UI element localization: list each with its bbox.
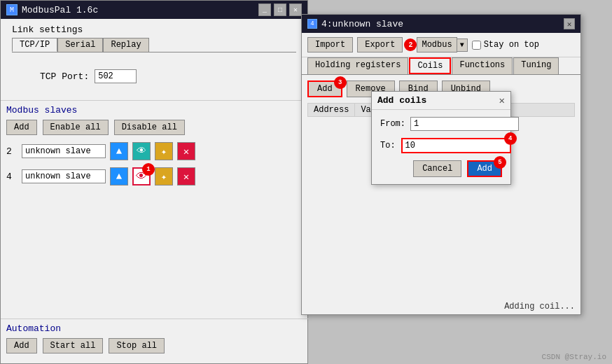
from-input[interactable] (410, 117, 519, 131)
link-settings-tabs: TCP/IP Serial Replay (12, 38, 296, 52)
slave-dialog-titlebar: 4 4:unknown slave ✕ (302, 15, 580, 33)
to-row: To: 4 (380, 138, 502, 153)
automation-add-button[interactable]: Add (6, 338, 37, 354)
view-icon-highlighted[interactable]: 👁1 (132, 167, 151, 186)
slave-row: 4 ▲ 👁1 ✦ ✕ (6, 166, 302, 187)
import-button[interactable]: Import (307, 37, 353, 52)
from-row: From: (380, 117, 502, 131)
tab-holding-registers[interactable]: Holding registers (307, 57, 408, 74)
slave-name-input[interactable] (22, 144, 106, 158)
slave-id: 4 (6, 172, 18, 182)
view-icon[interactable]: 👁 (132, 142, 151, 160)
dialog-status: Adding coil... (499, 299, 580, 314)
dropdown-arrow-icon[interactable]: ▼ (457, 38, 468, 52)
main-window: M ModbusPal 1.6c _ □ ✕ Link settings TCP… (0, 0, 308, 364)
tab-tuning[interactable]: Tuning (513, 57, 559, 74)
step-badge-2: 2 (404, 38, 417, 51)
upload-icon[interactable]: ▲ (110, 167, 128, 186)
stay-on-top-checkbox[interactable] (472, 41, 481, 50)
window-controls: _ □ ✕ (258, 4, 302, 16)
slave-id: 2 (6, 146, 18, 157)
stay-on-top-label: Stay on top (484, 40, 539, 50)
delete-icon[interactable]: ✕ (177, 142, 195, 160)
slave-dialog-tabs: Holding registers Coils Functions Tuning (302, 57, 580, 75)
enable-all-button[interactable]: Enable all (43, 120, 109, 135)
add-coils-dialog: Add coils ✕ From: To: 4 Cancel Add 5 (371, 91, 511, 185)
export-modbus-dropdown: Export 2 Modbus ▼ (357, 37, 467, 52)
tab-tcpip[interactable]: TCP/IP (12, 38, 57, 52)
tcp-port-label: TCP Port: (40, 71, 89, 82)
slave-row: 2 ▲ 👁 ✦ ✕ (6, 141, 302, 162)
link-settings-label: Link settings (12, 24, 296, 35)
settings-icon[interactable]: ✦ (155, 142, 173, 160)
add-coils-title: Add coils (377, 95, 426, 106)
slave-dialog-close[interactable]: ✕ (564, 18, 575, 29)
address-header: Address (308, 104, 355, 116)
slave-dialog-icon: 4 (307, 19, 317, 29)
coils-add-button[interactable]: Add 3 (307, 80, 342, 97)
automation-buttons: Add Start all Stop all (6, 338, 303, 354)
watermark: CSDN @Stray.io (542, 353, 606, 361)
link-settings-section: Link settings TCP/IP Serial Replay TCP P… (1, 19, 307, 100)
to-label: To: (380, 141, 396, 150)
main-titlebar: M ModbusPal 1.6c _ □ ✕ (1, 1, 307, 19)
modbus-button[interactable]: Modbus (417, 37, 457, 52)
slave-name-input[interactable] (22, 169, 106, 183)
tab-coils[interactable]: Coils (409, 57, 451, 74)
slaves-label: Modbus slaves (6, 105, 302, 115)
app-icon: M (6, 4, 18, 15)
start-all-button[interactable]: Start all (43, 338, 104, 354)
tab-replay[interactable]: Replay (103, 38, 148, 52)
tab-functions[interactable]: Functions (452, 57, 513, 74)
automation-label: Automation (6, 323, 303, 334)
close-button[interactable]: ✕ (289, 4, 302, 16)
minimize-button[interactable]: _ (258, 4, 271, 16)
automation-section: Automation Add Start all Stop all (1, 318, 309, 363)
tab-serial[interactable]: Serial (57, 38, 103, 52)
add-slave-button[interactable]: Add (6, 120, 37, 135)
add-coils-titlebar: Add coils ✕ (372, 92, 510, 110)
stop-all-button[interactable]: Stop all (109, 338, 165, 354)
to-input[interactable] (401, 138, 511, 153)
slave-dialog-title: 4:unknown slave (321, 19, 403, 29)
slaves-buttons: Add Enable all Disable all (6, 120, 302, 135)
app-title: ModbusPal 1.6c (22, 5, 98, 15)
tcp-port-input[interactable] (95, 69, 137, 83)
delete-icon[interactable]: ✕ (177, 167, 195, 186)
add-coils-close[interactable]: ✕ (499, 94, 505, 106)
stay-on-top: Stay on top (472, 40, 539, 50)
step-badge-4: 4 (504, 132, 517, 145)
slave-dialog-toolbar: Import Export 2 Modbus ▼ Stay on top (302, 33, 580, 57)
maximize-button[interactable]: □ (274, 4, 286, 16)
upload-icon[interactable]: ▲ (110, 142, 128, 160)
step-badge-5: 5 (494, 156, 506, 169)
tcp-port-row: TCP Port: (12, 58, 296, 94)
disable-all-button[interactable]: Disable all (114, 120, 185, 135)
add-coils-body: From: To: 4 Cancel Add 5 (372, 110, 510, 184)
add-coils-cancel-button[interactable]: Cancel (413, 160, 461, 177)
export-button[interactable]: Export (357, 37, 403, 52)
add-coils-buttons: Cancel Add 5 (380, 160, 502, 177)
add-coils-add-button[interactable]: Add 5 (467, 160, 502, 177)
modbus-slaves-section: Modbus slaves Add Enable all Disable all… (1, 100, 307, 195)
settings-icon[interactable]: ✦ (155, 167, 173, 186)
from-label: From: (380, 119, 405, 129)
